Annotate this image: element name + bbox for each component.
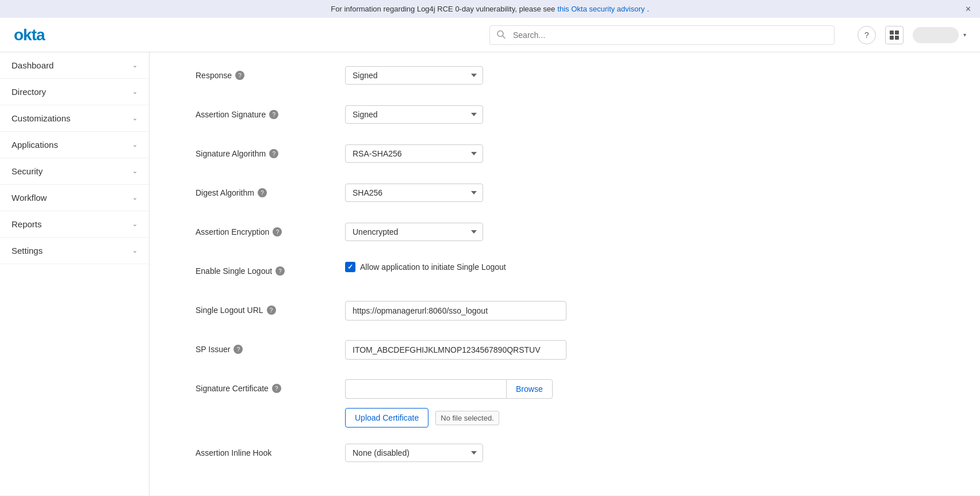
response-label: Response ? bbox=[196, 66, 345, 80]
assertion-signature-help-icon[interactable]: ? bbox=[269, 110, 278, 119]
header-icons: ? ▾ bbox=[858, 26, 966, 44]
sp-issuer-control: ITOM_ABCDEFGHIJKLMNOP1234567890QRSTUV bbox=[345, 340, 633, 360]
sp-issuer-label: SP Issuer ? bbox=[196, 340, 345, 354]
sidebar-item-label: Workflow bbox=[12, 193, 47, 203]
response-control: Signed Unsigned bbox=[345, 66, 633, 85]
signature-algorithm-help-icon[interactable]: ? bbox=[269, 149, 278, 158]
assertion-encryption-row: Assertion Encryption ? Unencrypted Encry… bbox=[196, 223, 633, 246]
upload-actions: Upload Certificate No file selected. bbox=[345, 403, 633, 428]
file-input[interactable] bbox=[345, 379, 506, 399]
sidebar-item-directory[interactable]: Directory ⌄ bbox=[0, 79, 149, 105]
assertion-inline-hook-control: None (disabled) bbox=[345, 444, 633, 462]
browse-button[interactable]: Browse bbox=[506, 379, 553, 399]
form-panel: Response ? Signed Unsigned Assertion Sig… bbox=[150, 52, 667, 495]
sidebar-item-reports[interactable]: Reports ⌄ bbox=[0, 211, 149, 238]
search-input[interactable] bbox=[489, 25, 834, 45]
assertion-encryption-control: Unencrypted Encrypted bbox=[345, 223, 633, 241]
chevron-down-icon: ⌄ bbox=[132, 194, 137, 201]
user-area[interactable]: ▾ bbox=[913, 27, 966, 43]
okta-logo: okta bbox=[14, 26, 45, 44]
chevron-down-icon: ⌄ bbox=[132, 247, 137, 254]
header: okta ? ▾ bbox=[0, 18, 980, 52]
sidebar-item-label: Applications bbox=[12, 140, 58, 150]
response-select[interactable]: Signed Unsigned bbox=[345, 66, 483, 85]
upload-certificate-button[interactable]: Upload Certificate bbox=[345, 408, 428, 428]
single-logout-checkbox-label: Allow application to initiate Single Log… bbox=[360, 262, 506, 272]
sidebar-item-label: Reports bbox=[12, 219, 42, 229]
digest-algorithm-row: Digest Algorithm ? SHA256 SHA1 bbox=[196, 184, 633, 207]
sidebar-item-label: Directory bbox=[12, 87, 46, 97]
chevron-down-icon: ⌄ bbox=[132, 115, 137, 122]
single-logout-url-label: Single Logout URL ? bbox=[196, 301, 345, 315]
single-logout-url-control: https://opmanagerurl:8060/sso_logout bbox=[345, 301, 633, 321]
chevron-down-icon: ⌄ bbox=[132, 167, 137, 175]
signature-algorithm-select[interactable]: RSA-SHA256 RSA-SHA1 bbox=[345, 144, 483, 163]
search-bar bbox=[489, 25, 834, 45]
signature-certificate-control: Browse Upload Certificate No file select… bbox=[345, 379, 633, 428]
sidebar-item-settings[interactable]: Settings ⌄ bbox=[0, 238, 149, 264]
sidebar-item-security[interactable]: Security ⌄ bbox=[0, 158, 149, 185]
user-menu-chevron: ▾ bbox=[963, 32, 966, 38]
sp-issuer-row: SP Issuer ? ITOM_ABCDEFGHIJKLMNOP1234567… bbox=[196, 340, 633, 363]
digest-algorithm-select[interactable]: SHA256 SHA1 bbox=[345, 184, 483, 202]
sidebar-item-label: Security bbox=[12, 166, 43, 176]
enable-single-logout-label: Enable Single Logout ? bbox=[196, 262, 345, 276]
file-upload-row: Browse bbox=[345, 379, 633, 399]
sidebar-item-applications[interactable]: Applications ⌄ bbox=[0, 132, 149, 158]
chevron-down-icon: ⌄ bbox=[132, 220, 137, 228]
assertion-inline-hook-label: Assertion Inline Hook bbox=[196, 444, 345, 457]
chevron-down-icon: ⌄ bbox=[132, 141, 137, 148]
app-layout: Dashboard ⌄ Directory ⌄ Customizations ⌄… bbox=[0, 52, 980, 495]
assertion-signature-control: Signed Unsigned bbox=[345, 105, 633, 124]
chevron-down-icon: ⌄ bbox=[132, 62, 137, 69]
signature-certificate-label: Signature Certificate ? bbox=[196, 379, 345, 393]
sidebar-item-dashboard[interactable]: Dashboard ⌄ bbox=[0, 52, 149, 79]
signature-algorithm-row: Signature Algorithm ? RSA-SHA256 RSA-SHA… bbox=[196, 144, 633, 167]
sidebar-item-label: Customizations bbox=[12, 113, 71, 123]
single-logout-checkbox[interactable] bbox=[345, 262, 355, 272]
assertion-inline-hook-select[interactable]: None (disabled) bbox=[345, 444, 483, 462]
svg-line-1 bbox=[503, 36, 505, 38]
digest-algorithm-control: SHA256 SHA1 bbox=[345, 184, 633, 202]
top-banner: For information regarding Log4j RCE 0-da… bbox=[0, 0, 980, 18]
single-logout-url-help-icon[interactable]: ? bbox=[267, 306, 276, 315]
assertion-signature-select[interactable]: Signed Unsigned bbox=[345, 105, 483, 124]
assertion-signature-row: Assertion Signature ? Signed Unsigned bbox=[196, 105, 633, 128]
assertion-encryption-select[interactable]: Unencrypted Encrypted bbox=[345, 223, 483, 241]
single-logout-url-row: Single Logout URL ? https://opmanagerurl… bbox=[196, 301, 633, 324]
single-logout-help-icon[interactable]: ? bbox=[275, 266, 285, 276]
assertion-encryption-label: Assertion Encryption ? bbox=[196, 223, 345, 236]
digest-algorithm-label: Digest Algorithm ? bbox=[196, 184, 345, 197]
grid-button[interactable] bbox=[885, 26, 904, 44]
single-logout-row: Enable Single Logout ? Allow application… bbox=[196, 262, 633, 285]
signature-algorithm-control: RSA-SHA256 RSA-SHA1 bbox=[345, 144, 633, 163]
assertion-encryption-help-icon[interactable]: ? bbox=[273, 227, 282, 236]
banner-link[interactable]: this Okta security advisory bbox=[557, 5, 645, 13]
response-row: Response ? Signed Unsigned bbox=[196, 66, 633, 89]
grid-icon bbox=[890, 30, 899, 40]
sp-issuer-help-icon[interactable]: ? bbox=[233, 345, 243, 354]
main-content: Response ? Signed Unsigned Assertion Sig… bbox=[150, 52, 980, 495]
sidebar-item-workflow[interactable]: Workflow ⌄ bbox=[0, 185, 149, 211]
banner-text: For information regarding Log4j RCE 0-da… bbox=[331, 5, 555, 13]
banner-close-button[interactable]: × bbox=[966, 4, 971, 14]
sp-issuer-input[interactable]: ITOM_ABCDEFGHIJKLMNOP1234567890QRSTUV bbox=[345, 340, 566, 360]
sidebar-item-label: Dashboard bbox=[12, 60, 53, 70]
help-button[interactable]: ? bbox=[858, 26, 876, 44]
single-logout-control: Allow application to initiate Single Log… bbox=[345, 262, 633, 272]
single-logout-checkbox-row: Allow application to initiate Single Log… bbox=[345, 262, 633, 272]
signature-certificate-help-icon[interactable]: ? bbox=[272, 384, 281, 393]
sidebar: Dashboard ⌄ Directory ⌄ Customizations ⌄… bbox=[0, 52, 150, 495]
response-help-icon[interactable]: ? bbox=[235, 71, 244, 80]
digest-algorithm-help-icon[interactable]: ? bbox=[258, 188, 267, 197]
chevron-down-icon: ⌄ bbox=[132, 88, 137, 96]
assertion-inline-hook-row: Assertion Inline Hook None (disabled) bbox=[196, 444, 633, 467]
signature-algorithm-label: Signature Algorithm ? bbox=[196, 144, 345, 158]
sidebar-item-label: Settings bbox=[12, 246, 43, 255]
sidebar-item-customizations[interactable]: Customizations ⌄ bbox=[0, 105, 149, 132]
no-file-label: No file selected. bbox=[435, 411, 499, 425]
search-icon bbox=[496, 29, 506, 40]
single-logout-url-input[interactable]: https://opmanagerurl:8060/sso_logout bbox=[345, 301, 566, 321]
user-avatar bbox=[913, 27, 959, 43]
signature-certificate-row: Signature Certificate ? Browse Upload Ce… bbox=[196, 379, 633, 428]
